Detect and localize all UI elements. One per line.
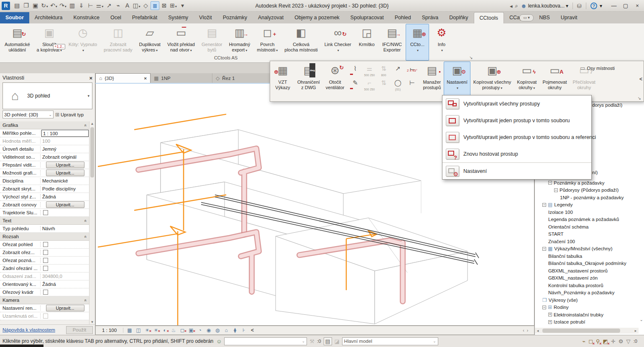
- ribbon-button[interactable]: Automatické ukládání: [2, 24, 33, 61]
- tree-item[interactable]: Bilanční tabulka: [536, 252, 639, 260]
- view-tab[interactable]: ⌂ {3D} ×: [95, 73, 151, 83]
- property-row[interactable]: Ořezat pozná...: [0, 257, 89, 265]
- property-row[interactable]: Ořezat pohled: [0, 241, 89, 249]
- tree-item[interactable]: GBXML_nastavení prostorů: [536, 267, 639, 275]
- property-value[interactable]: Jemný: [41, 147, 89, 152]
- tag-icon[interactable]: ⌁: [114, 1, 123, 10]
- tree-item[interactable]: Legenda poznámek a požadavků: [536, 216, 639, 224]
- tree-item[interactable]: Návrh_Poznámky a požadavky: [536, 289, 639, 297]
- scrollbar-track[interactable]: [541, 328, 633, 333]
- dimension-flip-500-250-icon[interactable]: ⌐500 250: [363, 78, 376, 90]
- ribbon-tab[interactable]: Prefabrikát: [127, 12, 163, 23]
- file-viewer-icon[interactable]: ▤: [13, 1, 21, 10]
- tree-item[interactable]: START: [536, 231, 639, 238]
- selection-gear-icon[interactable]: ⚙: [618, 338, 624, 344]
- chamfer-2x45-icon[interactable]: ⌙2 x 45°: [406, 64, 418, 76]
- help-caret-icon[interactable]: ▾: [600, 3, 602, 9]
- property-row[interactable]: Kamera «: [0, 296, 89, 304]
- ribbon-tab[interactable]: Konstrukce: [68, 12, 105, 23]
- property-row[interactable]: Zobrazit osnovy Upravit...: [0, 201, 89, 209]
- rendering-dialog-icon[interactable]: ♨: [170, 326, 177, 334]
- text-icon[interactable]: A: [123, 1, 132, 10]
- tree-item[interactable]: Výkazy/Množství (všechny): [536, 245, 639, 253]
- panel-dialog-launcher-icon[interactable]: ↘: [469, 55, 473, 60]
- scroll-right-icon[interactable]: ▸: [633, 329, 639, 333]
- pdf-export-icon[interactable]: ⇓: [77, 1, 86, 10]
- ribbon-tab[interactable]: Analyzovat: [253, 12, 289, 23]
- tree-item[interactable]: GBXML_nastavení zón: [536, 275, 639, 282]
- property-row[interactable]: Přepsání vidit... Upravit...: [0, 161, 89, 169]
- tree-item-clipped[interactable]: ní): [592, 170, 598, 175]
- scrollbar-thumb[interactable]: [542, 329, 620, 333]
- reveal-hidden-elements-icon[interactable]: ◉: [205, 326, 212, 334]
- property-row[interactable]: Výchozí styl z... Žádná: [0, 193, 89, 201]
- save-icon[interactable]: ▣: [31, 1, 40, 10]
- help-icon[interactable]: ?: [590, 3, 597, 9]
- reveal-constraints-icon[interactable]: ⊦: [240, 326, 248, 334]
- close-icon[interactable]: ×: [89, 75, 92, 81]
- visual-style-icon[interactable]: ◫: [135, 326, 142, 334]
- ribbon-tab[interactable]: Správa: [417, 12, 444, 23]
- property-row[interactable]: Zobrazit skryt... Podle disciplíny: [0, 185, 89, 193]
- browser-horizontal-scrollbar[interactable]: ◂ ▸: [535, 328, 639, 334]
- tree-expander-icon[interactable]: [548, 320, 552, 324]
- revit-logo-icon[interactable]: R: [2, 2, 10, 10]
- ribbon-button[interactable]: CCto... ▾: [406, 24, 429, 61]
- show-crop-region-icon[interactable]: ▣: [187, 326, 195, 334]
- measure-icon[interactable]: ⊢: [86, 1, 95, 10]
- pipe-break-icon[interactable]: ⌇: [349, 64, 361, 76]
- property-checkbox[interactable]: [43, 210, 48, 215]
- ribbon-button[interactable]: IFC/NWC Exporter: [379, 24, 405, 61]
- property-row[interactable]: Úroveň detailu Jemný: [0, 145, 89, 153]
- flyout-button[interactable]: Manažer prostupů: [420, 62, 444, 98]
- property-row[interactable]: Odsazení zad... 304800,0: [0, 272, 89, 280]
- group-collapse-icon[interactable]: «: [84, 124, 88, 126]
- dimension-800-icon[interactable]: ⇅800: [377, 64, 390, 76]
- menu-item[interactable]: Vytvořit/upravit jeden prostup v tomto s…: [442, 129, 591, 146]
- view-tab[interactable]: ▦ 1NP: [151, 73, 212, 83]
- modify-panel-toggle[interactable]: ▭ ▾: [519, 14, 534, 21]
- property-checkbox[interactable]: [43, 266, 48, 271]
- minimize-button[interactable]: —: [608, 0, 620, 11]
- property-row[interactable]: Rozsah «: [0, 233, 89, 241]
- photographic-exposure-icon[interactable]: ◐: [161, 326, 169, 334]
- account-menu[interactable]: ☻ lenka.koubova... ▾: [521, 3, 568, 9]
- flyout-dialog-launcher-icon[interactable]: ↘: [638, 96, 641, 100]
- switch-windows-icon[interactable]: ⊞▾: [169, 1, 178, 10]
- tree-item[interactable]: 1NP - poznámky a požadavky: [536, 194, 639, 201]
- tree-expander-icon[interactable]: [542, 306, 546, 309]
- property-row[interactable]: Grafika «: [0, 121, 89, 129]
- close-inactive-windows-icon[interactable]: ⊠: [160, 1, 169, 10]
- dimension-pair-icon[interactable]: ⇅: [377, 78, 390, 90]
- tree-expander-icon[interactable]: [542, 247, 546, 251]
- highlight-displacement-icon[interactable]: ⧫: [231, 326, 239, 334]
- detail-level-icon[interactable]: ▩: [126, 326, 133, 334]
- tree-item[interactable]: Výkresy (vše): [536, 296, 639, 304]
- property-row[interactable]: Trajektorie Slu...: [0, 209, 89, 217]
- property-value[interactable]: 304800,0: [41, 274, 89, 279]
- property-checkbox[interactable]: [43, 242, 48, 247]
- open-icon[interactable]: ❒: [22, 1, 31, 10]
- tree-item[interactable]: Orientační schéma: [536, 223, 639, 231]
- customize-qat-icon[interactable]: ▾: [178, 1, 187, 10]
- property-input[interactable]: 1 : 100: [41, 130, 89, 137]
- aligned-dimension-icon[interactable]: ⚌▾: [95, 1, 104, 10]
- edit-type-button[interactable]: ⊞ Upravit typ: [55, 112, 84, 118]
- search-icon[interactable]: ⌕: [515, 3, 518, 9]
- select-underlay-icon[interactable]: ◻: [588, 338, 593, 344]
- tree-expander-icon[interactable]: [554, 188, 558, 192]
- property-row[interactable]: Hodnota měří... 100: [0, 137, 89, 145]
- menu-item[interactable]: Nastavení: [442, 162, 591, 179]
- sync-icon[interactable]: ↻▾: [40, 1, 49, 10]
- flyout-button[interactable]: VZT Výkazy: [271, 62, 294, 98]
- ribbon-button[interactable]: Kóty: Vypnuto ▾: [66, 24, 100, 61]
- flyout-button[interactable]: Pojmenovat okruhy: [539, 62, 570, 98]
- property-value[interactable]: Návrh: [41, 226, 89, 231]
- filter-icon[interactable]: ▽: [626, 338, 630, 344]
- scroll-left-icon[interactable]: ◂: [535, 329, 541, 333]
- browser-scroll-down-icon[interactable]: ⌄: [640, 317, 643, 322]
- property-row[interactable]: Viditelnost so... Zobrazit originál: [0, 153, 89, 161]
- property-row[interactable]: Možnosti grafi... Upravit...: [0, 169, 89, 177]
- drag-on-selection-icon[interactable]: ✛: [611, 338, 616, 344]
- property-row[interactable]: Zadní ořezání ...: [0, 265, 89, 272]
